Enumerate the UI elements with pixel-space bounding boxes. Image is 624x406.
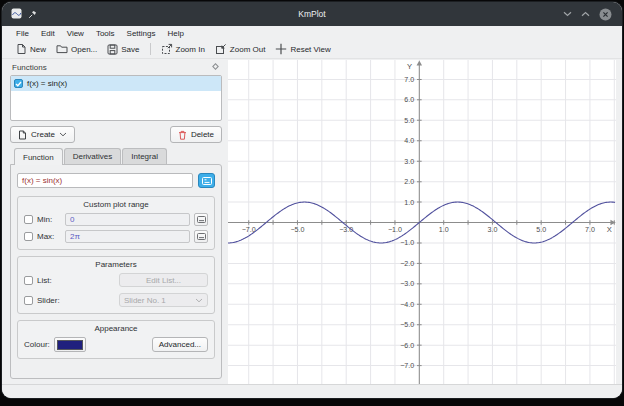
edit-list-button[interactable]: Edit List... bbox=[119, 273, 208, 287]
svg-text:−1.0: −1.0 bbox=[388, 226, 402, 233]
svg-text:2.0: 2.0 bbox=[404, 178, 414, 185]
zoom-in-icon bbox=[161, 43, 173, 55]
svg-text:−3.0: −3.0 bbox=[400, 280, 414, 287]
svg-text:−5.0: −5.0 bbox=[400, 321, 414, 328]
zoom-in-button[interactable]: Zoom In bbox=[156, 41, 210, 57]
function-list-item[interactable]: f(x) = sin(x) bbox=[11, 76, 221, 91]
svg-text:4.0: 4.0 bbox=[404, 137, 414, 144]
max-equation-editor-button[interactable] bbox=[194, 230, 208, 243]
float-dock-icon[interactable] bbox=[211, 62, 220, 73]
pin-icon[interactable] bbox=[28, 5, 37, 23]
sine-plot: −7.0−5.0−3.0−1.01.03.05.07.07.06.05.04.0… bbox=[228, 60, 616, 384]
zoom-out-icon bbox=[215, 43, 227, 55]
list-checkbox[interactable] bbox=[24, 276, 33, 285]
colour-swatch bbox=[57, 340, 83, 350]
toolbar: New Open... Save Zoom In Zoom Out Reset … bbox=[2, 40, 622, 59]
create-button[interactable]: Create bbox=[10, 126, 75, 143]
function-tab-panel: f(x) = sin(x) Custom plot range Min: 0 bbox=[10, 164, 222, 379]
svg-text:Y: Y bbox=[407, 62, 412, 71]
parameters-group: Parameters List: Edit List... Slider: Sl… bbox=[17, 256, 215, 314]
svg-text:−5.0: −5.0 bbox=[290, 226, 304, 233]
min-checkbox[interactable] bbox=[24, 215, 33, 224]
function-visible-checkbox[interactable] bbox=[14, 79, 23, 88]
svg-text:−7.0: −7.0 bbox=[400, 362, 414, 369]
svg-text:5.0: 5.0 bbox=[536, 226, 546, 233]
reset-view-icon bbox=[275, 43, 287, 55]
svg-text:5.0: 5.0 bbox=[404, 117, 414, 124]
custom-plot-range-title: Custom plot range bbox=[24, 200, 208, 209]
svg-text:6.0: 6.0 bbox=[404, 96, 414, 103]
max-checkbox[interactable] bbox=[24, 232, 33, 241]
min-input[interactable]: 0 bbox=[65, 213, 190, 226]
chevron-down-icon bbox=[195, 298, 203, 303]
tab-function[interactable]: Function bbox=[14, 148, 63, 165]
toolbar-separator bbox=[150, 43, 151, 55]
slider-label: Slider: bbox=[37, 296, 60, 305]
colour-button[interactable] bbox=[54, 337, 86, 352]
appearance-title: Appearance bbox=[24, 324, 208, 333]
svg-text:1.0: 1.0 bbox=[404, 199, 414, 206]
max-input[interactable]: 2π bbox=[65, 230, 190, 243]
kmplot-app-icon bbox=[11, 5, 22, 23]
svg-text:1.0: 1.0 bbox=[439, 226, 449, 233]
editor-tabs: Function Derivatives Integral bbox=[10, 148, 222, 164]
save-button[interactable]: Save bbox=[102, 42, 144, 57]
close-button[interactable] bbox=[599, 8, 612, 21]
menu-view[interactable]: View bbox=[61, 29, 90, 38]
colour-label: Colour: bbox=[24, 340, 50, 349]
svg-text:−2.0: −2.0 bbox=[400, 260, 414, 267]
zoom-out-button[interactable]: Zoom Out bbox=[210, 41, 271, 57]
menu-settings[interactable]: Settings bbox=[121, 29, 162, 38]
functions-dock: Functions f(x) = sin(x) Create bbox=[2, 59, 226, 384]
appearance-group: Appearance Colour: Advanced... bbox=[17, 320, 215, 359]
open-folder-icon bbox=[56, 44, 68, 54]
equation-editor-icon bbox=[202, 177, 212, 185]
parameters-title: Parameters bbox=[24, 260, 208, 269]
status-bar bbox=[2, 384, 622, 398]
equation-editor-button[interactable] bbox=[198, 173, 215, 188]
delete-button[interactable]: Delete bbox=[170, 126, 222, 143]
tab-integral[interactable]: Integral bbox=[122, 148, 167, 164]
reset-view-button[interactable]: Reset View bbox=[270, 41, 335, 57]
custom-plot-range-group: Custom plot range Min: 0 Max: 2π bbox=[17, 196, 215, 250]
equation-editor-icon bbox=[197, 233, 206, 240]
slider-select[interactable]: Slider No. 1 bbox=[119, 293, 208, 307]
new-button[interactable]: New bbox=[11, 41, 51, 57]
minimize-button[interactable] bbox=[563, 11, 572, 17]
svg-text:3.0: 3.0 bbox=[487, 226, 497, 233]
chevron-down-icon bbox=[59, 132, 67, 137]
menu-help[interactable]: Help bbox=[161, 29, 189, 38]
new-document-icon bbox=[16, 43, 27, 55]
maximize-button[interactable] bbox=[581, 11, 590, 17]
svg-text:7.0: 7.0 bbox=[404, 76, 414, 83]
svg-text:−4.0: −4.0 bbox=[400, 301, 414, 308]
svg-text:7.0: 7.0 bbox=[585, 226, 595, 233]
svg-text:X: X bbox=[607, 226, 612, 235]
menubar: File Edit View Tools Settings Help bbox=[2, 26, 622, 40]
trash-icon bbox=[178, 130, 187, 140]
tab-derivatives[interactable]: Derivatives bbox=[64, 148, 122, 164]
min-equation-editor-button[interactable] bbox=[194, 213, 208, 226]
plot-canvas[interactable]: −7.0−5.0−3.0−1.01.03.05.07.07.06.05.04.0… bbox=[228, 60, 616, 384]
open-button[interactable]: Open... bbox=[51, 42, 102, 56]
function-list[interactable]: f(x) = sin(x) bbox=[10, 75, 222, 121]
equation-input[interactable]: f(x) = sin(x) bbox=[17, 173, 193, 188]
svg-text:−6.0: −6.0 bbox=[400, 342, 414, 349]
slider-checkbox[interactable] bbox=[24, 296, 33, 305]
max-label: Max: bbox=[37, 232, 61, 241]
function-list-item-label: f(x) = sin(x) bbox=[27, 79, 67, 88]
dock-title: Functions bbox=[12, 63, 47, 72]
titlebar[interactable]: KmPlot bbox=[2, 2, 622, 26]
kmplot-window: KmPlot File Edit View Tools Settings Hel… bbox=[2, 2, 622, 398]
min-label: Min: bbox=[37, 215, 61, 224]
list-label: List: bbox=[37, 276, 52, 285]
screenshot-stage: KmPlot File Edit View Tools Settings Hel… bbox=[0, 0, 624, 406]
menu-edit[interactable]: Edit bbox=[35, 29, 61, 38]
create-document-icon bbox=[18, 130, 27, 140]
save-icon bbox=[107, 44, 118, 55]
menu-tools[interactable]: Tools bbox=[90, 29, 121, 38]
advanced-button[interactable]: Advanced... bbox=[152, 337, 208, 352]
svg-text:3.0: 3.0 bbox=[404, 158, 414, 165]
menu-file[interactable]: File bbox=[10, 29, 35, 38]
check-icon bbox=[15, 81, 22, 87]
